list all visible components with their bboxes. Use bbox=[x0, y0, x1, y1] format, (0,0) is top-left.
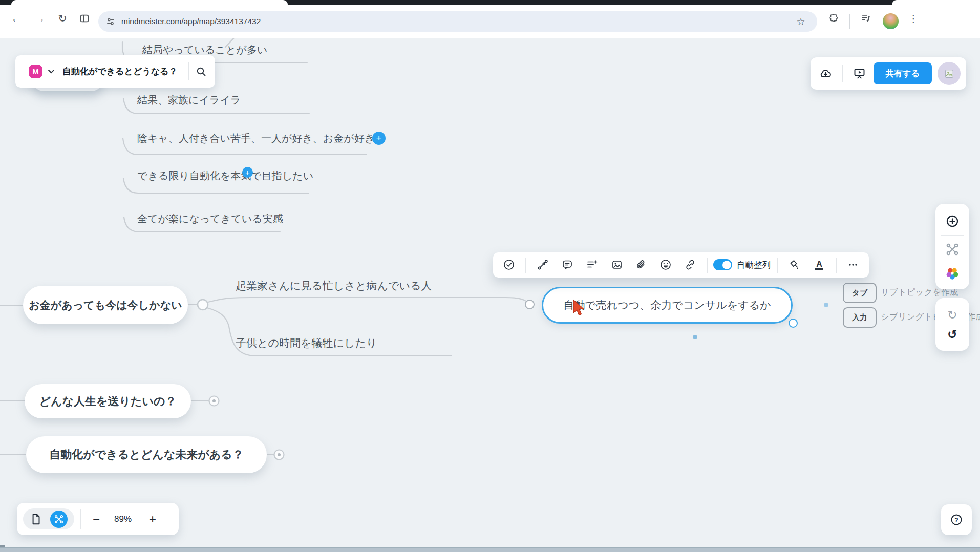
browser-tab-strip bbox=[0, 0, 980, 5]
zoom-in-button[interactable]: + bbox=[144, 511, 161, 528]
map-view-button[interactable] bbox=[50, 511, 68, 528]
font-style-letter: A bbox=[815, 260, 823, 270]
node-toolbar: 自動整列 A bbox=[493, 252, 869, 278]
browser-toolbar: ← → ↻ mindmeister.com/app/map/3934137432… bbox=[0, 5, 980, 38]
view-mode-switch bbox=[23, 508, 74, 529]
share-card: 共有する bbox=[811, 57, 966, 90]
reload-button[interactable]: ↻ bbox=[52, 8, 73, 29]
font-style-button[interactable]: A bbox=[811, 256, 828, 273]
toolbar-divider bbox=[525, 258, 526, 273]
share-card-divider bbox=[842, 65, 843, 82]
map-header-card: M 自動化ができるとどうなる？ bbox=[15, 55, 215, 88]
map-node[interactable]: 子供との時間を犠牲にしたり bbox=[236, 336, 377, 350]
theme-flower-button[interactable] bbox=[944, 265, 961, 282]
redo-button[interactable]: ↻ bbox=[944, 306, 961, 324]
map-node[interactable]: 全てが楽になってきている実感 bbox=[137, 212, 283, 226]
history-panel: ↻ ↺ bbox=[935, 298, 969, 351]
enter-key-badge: 入力 bbox=[843, 307, 877, 328]
style-painter-button[interactable] bbox=[786, 256, 803, 273]
avatar-image-icon bbox=[944, 68, 955, 79]
site-info-icon[interactable] bbox=[104, 15, 117, 28]
help-button[interactable]: ? bbox=[941, 504, 972, 535]
presentation-icon[interactable] bbox=[853, 67, 866, 80]
search-icon[interactable] bbox=[195, 66, 207, 78]
header-divider bbox=[188, 62, 189, 80]
extensions-puzzle-icon bbox=[828, 13, 839, 24]
extensions-button[interactable] bbox=[823, 8, 844, 29]
toolbar-divider bbox=[777, 258, 778, 273]
toolbar-divider bbox=[849, 14, 850, 29]
attachment-button[interactable] bbox=[633, 256, 650, 273]
map-node-pill[interactable]: どんな人生を送りたいの？ bbox=[25, 384, 191, 418]
emoji-button[interactable] bbox=[657, 256, 674, 273]
browser-menu-button[interactable]: ⋮ bbox=[903, 8, 924, 29]
bookmark-star-button[interactable]: ☆ bbox=[791, 11, 811, 32]
map-title[interactable]: 自動化ができるとどうなる？ bbox=[62, 55, 178, 88]
cloud-sync-icon[interactable] bbox=[819, 67, 833, 80]
map-node[interactable]: 陰キャ、人付き合い苦手、一人が好き、お金が好き bbox=[137, 132, 375, 145]
share-button[interactable]: 共有する bbox=[874, 62, 932, 84]
drag-dot[interactable] bbox=[693, 335, 697, 339]
add-subtopic-button[interactable]: + bbox=[372, 132, 386, 145]
side-panel-button[interactable] bbox=[74, 8, 95, 29]
drag-dot[interactable] bbox=[824, 303, 828, 307]
user-avatar[interactable] bbox=[938, 62, 961, 85]
canvas-tools-panel bbox=[935, 204, 969, 289]
mindmeister-logo[interactable]: M bbox=[29, 65, 42, 78]
link-button[interactable] bbox=[681, 256, 699, 273]
outline-view-button[interactable] bbox=[29, 513, 42, 526]
browser-profile-avatar[interactable] bbox=[883, 13, 899, 29]
media-controls-button[interactable] bbox=[856, 8, 877, 29]
tab-key-badge: タブ bbox=[843, 283, 877, 303]
undo-button[interactable]: ↺ bbox=[944, 326, 961, 343]
active-tab[interactable] bbox=[11, 0, 288, 5]
map-node-pill[interactable]: 自動化ができるとどんな未来がある？ bbox=[26, 436, 267, 473]
zoom-divider bbox=[80, 509, 81, 529]
mouse-cursor bbox=[572, 299, 587, 317]
connection-arrow-button[interactable] bbox=[534, 256, 551, 273]
svg-text:?: ? bbox=[954, 517, 958, 524]
map-node-pill[interactable]: お金があっても今は今しかない bbox=[23, 286, 188, 324]
image-button[interactable] bbox=[608, 256, 626, 273]
toggle-knob bbox=[722, 261, 731, 269]
comment-button[interactable] bbox=[559, 256, 576, 273]
media-controls-icon bbox=[861, 13, 872, 24]
forward-button[interactable]: → bbox=[30, 8, 50, 29]
back-button[interactable]: ← bbox=[6, 8, 27, 29]
zoom-out-button[interactable]: − bbox=[88, 511, 105, 528]
auto-align-toggle[interactable] bbox=[713, 259, 732, 270]
map-layout-button[interactable] bbox=[944, 241, 961, 258]
side-panel-icon bbox=[79, 13, 90, 24]
toolbar-divider bbox=[707, 258, 708, 273]
add-topic-button[interactable] bbox=[944, 213, 961, 230]
toolbar-divider bbox=[836, 258, 837, 273]
more-options-button[interactable] bbox=[844, 256, 862, 273]
chevron-down-icon[interactable] bbox=[48, 69, 55, 74]
panel-divider bbox=[941, 235, 964, 236]
zoom-controls: − 89% + bbox=[17, 503, 179, 535]
auto-align-label: 自動整列 bbox=[737, 252, 771, 278]
map-node[interactable]: できる限り自動化を本気で目指したい bbox=[137, 169, 313, 183]
add-subtopic-badge[interactable]: + bbox=[242, 167, 253, 178]
url-text: mindmeister.com/app/map/3934137432 bbox=[121, 11, 261, 32]
map-node[interactable]: 起業家さんに見る忙しさと病んでいる人 bbox=[236, 279, 432, 293]
node-connector-circle[interactable] bbox=[525, 300, 535, 309]
notes-button[interactable] bbox=[583, 256, 601, 273]
taskbar-edge bbox=[0, 547, 980, 552]
help-icon: ? bbox=[950, 513, 963, 526]
map-node[interactable]: 結局やっていることが多い bbox=[142, 43, 267, 57]
zoom-level[interactable]: 89% bbox=[108, 503, 138, 535]
address-bar[interactable]: mindmeister.com/app/map/3934137432 ☆ bbox=[98, 11, 817, 32]
tab-strip-segment bbox=[892, 0, 980, 5]
node-resize-handle[interactable] bbox=[789, 319, 798, 328]
task-check-button[interactable] bbox=[500, 256, 518, 273]
map-node[interactable]: 結果、家族にイライラ bbox=[137, 93, 241, 107]
